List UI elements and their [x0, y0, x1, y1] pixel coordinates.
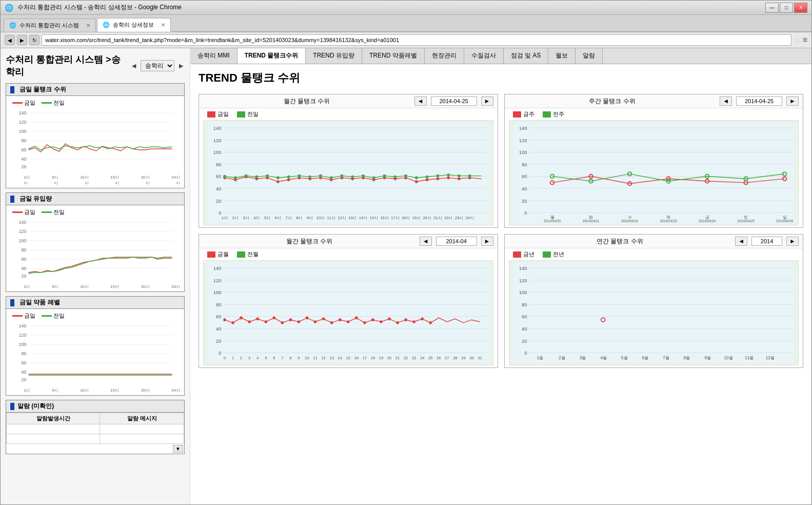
- browser-icon: 🌐: [5, 4, 13, 12]
- svg-point-206: [380, 320, 383, 323]
- svg-point-97: [415, 177, 418, 180]
- nav-left-icon[interactable]: ◄: [130, 62, 137, 70]
- alarm-title: 알람 (미확인): [17, 402, 54, 411]
- svg-point-203: [355, 317, 358, 320]
- svg-text:0: 0: [224, 356, 226, 360]
- svg-text:120: 120: [213, 278, 222, 283]
- tab-trend-flow[interactable]: TREND 유입량: [306, 48, 362, 64]
- alarm-scroll-down[interactable]: ▼: [173, 445, 183, 453]
- svg-text:20: 20: [21, 164, 26, 169]
- monthly-chart-box: 월간 물탱크 수위 ◄ 2014-04 ► 금월 전월: [199, 234, 498, 368]
- svg-text:60: 60: [216, 314, 221, 319]
- yearly-next-btn[interactable]: ►: [786, 237, 799, 246]
- svg-text:80: 80: [521, 162, 526, 167]
- chart3-legend-thismonth: 금월: [217, 250, 229, 258]
- svg-text:40: 40: [21, 157, 26, 162]
- tab-trend-drug[interactable]: TREND 약품레벨: [362, 48, 425, 64]
- chart4-legend-thisyear: 금년: [523, 250, 534, 258]
- yearly-prev-btn[interactable]: ◄: [735, 237, 747, 246]
- tab-mmi[interactable]: 송학리 MMI: [190, 48, 237, 64]
- menu-icon[interactable]: ≡: [803, 35, 807, 45]
- daily-next-btn[interactable]: ►: [481, 96, 493, 106]
- svg-text:18: 18: [371, 356, 375, 360]
- monthly-date-display: 2014-04: [436, 237, 477, 246]
- title-bar: 🌐 수처리 통합관리 시스템 - 송학리 상세정보 - Google Chrom…: [1, 1, 811, 15]
- bookmark-icon[interactable]: ☆: [794, 35, 801, 45]
- svg-point-190: [248, 320, 251, 323]
- svg-text:23시: 23시: [455, 216, 463, 220]
- tab-field-mgmt[interactable]: 현장관리: [425, 48, 464, 64]
- svg-text:20: 20: [521, 198, 526, 204]
- location-select[interactable]: 송학리: [141, 60, 174, 71]
- svg-text:17: 17: [363, 356, 367, 360]
- svg-text:80: 80: [216, 302, 221, 307]
- monthly-prev-btn[interactable]: ◄: [420, 237, 432, 246]
- monthly-next-btn[interactable]: ►: [481, 237, 493, 246]
- refresh-button[interactable]: ↻: [29, 35, 39, 45]
- maximize-button[interactable]: □: [780, 3, 793, 13]
- svg-point-200: [330, 321, 333, 324]
- svg-text:0: 0: [219, 350, 221, 356]
- tab-1-close[interactable]: ✕: [86, 23, 90, 28]
- svg-text:3시: 3시: [243, 216, 249, 220]
- svg-text:140: 140: [18, 110, 26, 115]
- address-bar[interactable]: [42, 34, 791, 46]
- tab-trend-tank[interactable]: TREND 물탱크수위: [237, 48, 306, 64]
- svg-text:10: 10: [305, 356, 309, 360]
- svg-point-73: [415, 180, 418, 183]
- chart2-legend-prevweek: 전주: [553, 110, 564, 118]
- svg-text:3: 3: [248, 356, 250, 360]
- svg-text:0: 0: [524, 210, 527, 216]
- weekly-next-btn[interactable]: ►: [786, 96, 799, 106]
- svg-text:140: 140: [213, 125, 222, 131]
- back-button[interactable]: ◀: [5, 35, 15, 45]
- svg-point-80: [234, 177, 237, 180]
- svg-point-85: [287, 176, 290, 179]
- svg-text:20: 20: [216, 198, 221, 204]
- svg-text:2월: 2월: [559, 355, 565, 360]
- nav-right-icon[interactable]: ►: [177, 62, 185, 70]
- svg-point-101: [458, 174, 461, 178]
- browser-tab-1[interactable]: 🌐 수처리 통합관리 시스템 ✕: [4, 18, 96, 32]
- svg-text:0: 0: [219, 210, 221, 216]
- svg-text:2014/04/20: 2014/04/20: [544, 219, 561, 223]
- browser-tab-2[interactable]: 🌐 송학리 상세정보 ✕: [97, 18, 171, 32]
- svg-text:21시: 21시: [433, 216, 442, 220]
- svg-text:80: 80: [21, 138, 26, 143]
- chart1-legend-today: 금일: [217, 110, 229, 118]
- svg-text:14: 14: [338, 356, 342, 360]
- daily-tank-legend-today: 금일: [24, 99, 35, 107]
- tab-alarm[interactable]: 알람: [576, 48, 603, 64]
- svg-point-95: [393, 176, 397, 179]
- svg-text:6시: 6시: [275, 216, 281, 220]
- svg-text:24시: 24시: [465, 216, 473, 220]
- svg-point-193: [272, 317, 275, 320]
- tab-monthly[interactable]: 월보: [548, 48, 576, 64]
- tab-1-label: 수처리 통합관리 시스템: [19, 22, 79, 29]
- tab-2-close[interactable]: ✕: [161, 22, 165, 28]
- forward-button[interactable]: ▶: [17, 35, 27, 45]
- close-button[interactable]: ✕: [794, 3, 807, 13]
- svg-text:2014/04/21: 2014/04/21: [582, 219, 599, 223]
- weekly-prev-btn[interactable]: ◄: [720, 96, 732, 106]
- svg-text:100: 100: [18, 129, 26, 134]
- svg-text:140: 140: [519, 265, 527, 271]
- tab-water-quality[interactable]: 수질검사: [464, 48, 504, 64]
- svg-text:24: 24: [420, 356, 424, 360]
- svg-text:1월: 1월: [537, 355, 543, 360]
- svg-text:100: 100: [213, 289, 222, 295]
- svg-point-84: [276, 177, 280, 180]
- tab-inspection[interactable]: 점검 및 AS: [504, 48, 549, 64]
- browser-title: 수처리 통합관리 시스템 - 송학리 상세정보 - Google Chrome: [17, 3, 182, 12]
- svg-text:22시: 22시: [444, 216, 452, 220]
- weekly-chart-title: 주간 물탱크 수위: [509, 97, 716, 106]
- yearly-chart-title: 연간 물탱크 수위: [509, 237, 731, 246]
- tab-2-icon: 🌐: [103, 22, 110, 28]
- svg-point-93: [372, 177, 375, 180]
- daily-prev-btn[interactable]: ◄: [414, 96, 427, 106]
- svg-text:13: 13: [329, 356, 333, 360]
- window-controls[interactable]: — □ ✕: [765, 3, 807, 13]
- svg-text:60: 60: [21, 147, 26, 152]
- minimize-button[interactable]: —: [765, 3, 779, 13]
- svg-text:140: 140: [18, 323, 26, 328]
